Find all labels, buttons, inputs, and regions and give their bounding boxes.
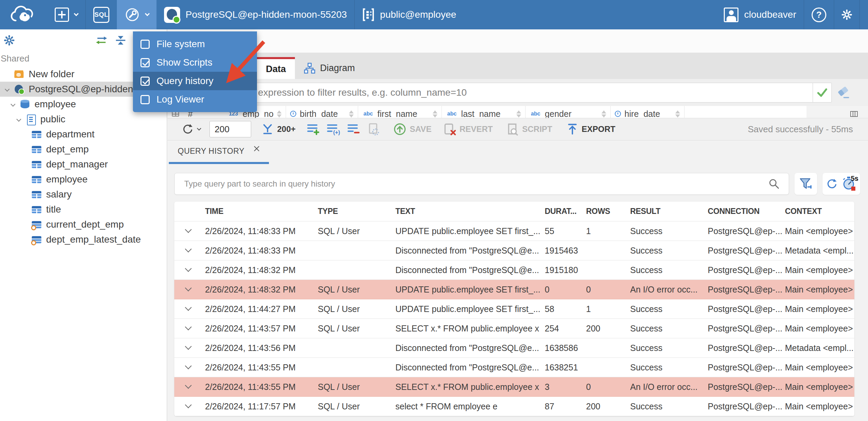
columns-visibility-icon[interactable] [850, 111, 858, 117]
refresh-button[interactable] [181, 122, 201, 136]
query-history-row[interactable]: 2/26/2024, 11:43:55 PM Disconnected from… [174, 358, 854, 377]
auto-refresh-timer-button[interactable]: 5s [842, 175, 857, 192]
query-history-row[interactable]: 2/26/2024, 11:48:32 PM Disconnected from… [174, 260, 854, 280]
tree-item[interactable]: salary [0, 187, 167, 202]
new-object-button[interactable] [47, 0, 85, 29]
expander-chevron-icon[interactable] [9, 103, 17, 106]
expander-chevron-icon[interactable] [14, 118, 23, 121]
tree-item[interactable]: department [0, 127, 167, 142]
grid-column-header[interactable]: gender [526, 106, 611, 118]
grid-column-header[interactable]: first_name [358, 106, 442, 118]
menu-item[interactable]: File system [133, 35, 257, 53]
expand-row-icon[interactable] [185, 287, 192, 291]
query-history-row[interactable]: 2/26/2024, 11:43:57 PM SQL / User SELECT… [174, 319, 854, 338]
expand-row-icon[interactable] [185, 384, 192, 389]
sync-connections-button[interactable] [96, 35, 107, 46]
expand-row-icon[interactable] [185, 326, 192, 330]
query-history-row[interactable]: 2/26/2024, 11:17:57 PM SQL / User select… [174, 397, 854, 416]
column-header[interactable]: CONTEXT [785, 207, 854, 216]
expander-chevron-icon[interactable] [3, 87, 12, 91]
revert-button[interactable]: REVERT [443, 123, 493, 136]
query-history-search-input[interactable] [174, 173, 789, 195]
tree-node-icon [31, 174, 42, 185]
refresh-document-button[interactable] [367, 122, 381, 136]
settings-button[interactable] [834, 0, 859, 29]
row-limit-input[interactable] [209, 121, 251, 137]
help-button[interactable]: ? [804, 0, 834, 29]
menu-checkbox[interactable] [140, 77, 150, 86]
column-header[interactable]: ROWS [586, 207, 630, 216]
tree-item-label: employee [46, 174, 87, 185]
menu-item[interactable]: Log Viewer [133, 90, 257, 109]
refresh-history-icon[interactable] [826, 177, 839, 190]
tab-diagram[interactable]: Diagram [295, 57, 364, 79]
column-header[interactable]: TIME [205, 207, 318, 216]
expand-row-icon[interactable] [185, 268, 192, 272]
tree-item[interactable]: current_dept_emp [0, 217, 167, 232]
schema-selector[interactable]: public@employee [355, 0, 464, 29]
query-history-row[interactable]: 2/26/2024, 11:44:27 PM SQL / User UPDATE… [174, 299, 854, 319]
tab-query-history[interactable]: QUERY HISTORY [169, 140, 269, 164]
chevron-down-icon [145, 11, 150, 16]
tree-item[interactable]: title [0, 202, 167, 217]
column-header[interactable]: TYPE [318, 207, 395, 216]
grid-column-header[interactable]: hire_date [611, 106, 684, 118]
sort-icon[interactable] [277, 110, 282, 118]
add-row-button[interactable] [307, 123, 320, 136]
connection-selector[interactable]: PostgreSQL@ep-hidden-moon-55203 [157, 0, 354, 29]
delete-row-button[interactable] [347, 123, 361, 136]
sort-icon[interactable] [433, 110, 437, 118]
tree-item[interactable]: dept_manager [0, 157, 167, 172]
grid-column-header[interactable]: birth_date [286, 106, 358, 118]
save-button[interactable]: SAVE [393, 123, 432, 136]
menu-checkbox[interactable] [140, 58, 150, 67]
query-history-row[interactable]: 2/26/2024, 11:43:56 PM Disconnected from… [174, 338, 854, 358]
menu-item[interactable]: Show Scripts [133, 53, 257, 72]
script-button[interactable]: SCRIPT [506, 123, 552, 136]
cell-rows: 0 [586, 382, 630, 392]
cloudbeaver-logo[interactable] [0, 0, 47, 29]
history-filter-button[interactable] [795, 173, 817, 195]
expand-row-icon[interactable] [185, 229, 192, 233]
expand-row-icon[interactable] [185, 248, 192, 253]
clear-filter-button[interactable] [835, 84, 852, 101]
main-content: Data Diagram [167, 29, 868, 421]
expand-row-icon[interactable] [185, 404, 192, 408]
tree-item[interactable]: dept_emp [0, 142, 167, 157]
query-history-row[interactable]: 2/26/2024, 11:48:32 PM SQL / User UPDATE… [174, 280, 854, 299]
duplicate-row-button[interactable]: (+) [326, 123, 341, 136]
sort-icon[interactable] [516, 110, 521, 118]
grid-column-header[interactable]: last_name [442, 106, 526, 118]
apply-filter-button[interactable] [813, 83, 832, 103]
expand-row-icon[interactable] [185, 365, 192, 369]
sort-icon[interactable] [675, 110, 680, 118]
expand-row-icon[interactable] [185, 307, 192, 311]
tools-menu-button[interactable] [117, 0, 157, 29]
menu-checkbox[interactable] [140, 40, 150, 49]
column-header[interactable]: TEXT [395, 207, 545, 216]
column-header[interactable]: DURAT... [545, 207, 586, 216]
navigator-settings-button[interactable] [3, 35, 15, 46]
query-history-row[interactable]: 2/26/2024, 11:43:55 PM SQL / User SELECT… [174, 377, 854, 397]
close-icon[interactable] [253, 145, 260, 152]
sql-editor-button[interactable]: SQL [86, 0, 117, 29]
sort-icon[interactable] [601, 110, 606, 118]
filter-expression-input[interactable] [172, 83, 813, 103]
tree-item[interactable]: dept_emp_latest_date [0, 232, 167, 247]
tree-item[interactable]: public [0, 112, 167, 127]
query-history-row[interactable]: 2/26/2024, 11:48:33 PM Disconnected from… [174, 241, 854, 260]
column-header[interactable]: CONNECTION [708, 207, 785, 216]
cell-result: Success [630, 226, 708, 236]
tab-data[interactable]: Data [257, 57, 295, 79]
collapse-all-button[interactable] [115, 35, 126, 46]
tree-item[interactable]: employee [0, 172, 167, 187]
menu-checkbox[interactable] [140, 95, 150, 104]
user-menu-button[interactable]: cloudbeaver [716, 0, 804, 29]
export-button[interactable]: EXPORT [567, 123, 615, 135]
column-header[interactable]: RESULT [630, 207, 708, 216]
fetch-more-button[interactable]: 200+ [261, 123, 296, 135]
menu-item[interactable]: Query history [133, 72, 257, 90]
query-history-row[interactable]: 2/26/2024, 11:48:33 PM SQL / User UPDATE… [174, 221, 854, 241]
expand-row-icon[interactable] [185, 345, 192, 350]
sort-icon[interactable] [349, 110, 354, 118]
